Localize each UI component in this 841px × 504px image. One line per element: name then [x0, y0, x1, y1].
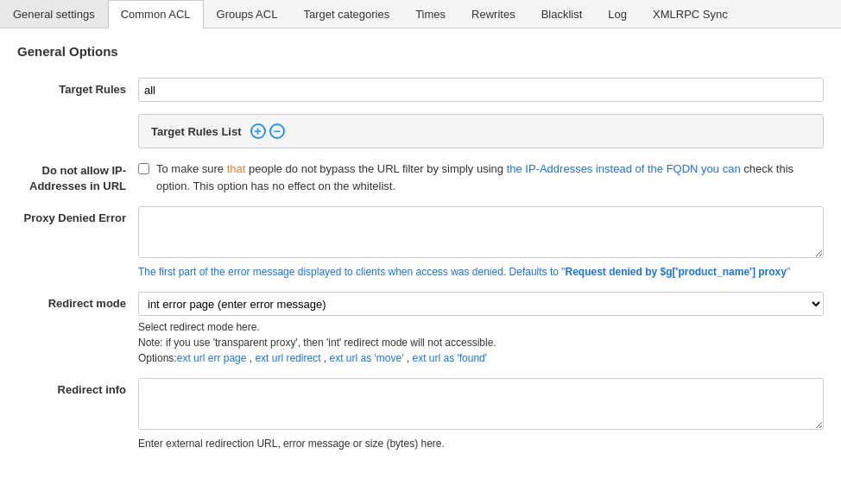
target-rules-row: Target Rules — [17, 78, 824, 102]
no-ip-row: Do not allow IP-Addresses in URL To make… — [17, 161, 824, 194]
no-ip-blue: the IP-Addresses instead of the FQDN you… — [507, 162, 741, 175]
proxy-denied-default: Request denied by $g['product_name'] pro… — [566, 266, 787, 278]
redirect-mode-options-prefix: Options: — [138, 352, 177, 364]
redirect-opt-4[interactable]: ext url as 'found' — [412, 352, 487, 364]
section-title: General Options — [17, 44, 824, 64]
target-rules-list-box: Target Rules List + − — [138, 114, 824, 148]
no-ip-label: Do not allow IP-Addresses in URL — [17, 161, 138, 194]
tab-times[interactable]: Times — [402, 0, 458, 28]
redirect-mode-select[interactable]: int error page (enter error message) ext… — [138, 292, 824, 316]
redirect-opt-2[interactable]: ext url redirect — [255, 352, 320, 364]
add-target-rule-icon[interactable]: + — [250, 123, 266, 139]
tab-common-acl[interactable]: Common ACL — [108, 0, 204, 28]
proxy-denied-row: Proxy Denied Error The first part of the… — [17, 206, 824, 280]
tabs-bar: General settings Common ACL Groups ACL T… — [0, 0, 841, 28]
redirect-mode-help: Select redirect mode here. Note: if you … — [138, 319, 824, 366]
redirect-mode-help-line1: Select redirect mode here. — [138, 321, 260, 333]
target-rules-list-container: Target Rules List + − — [138, 114, 824, 148]
redirect-info-label: Redirect info — [17, 378, 138, 398]
redirect-mode-help-line2: Note: if you use 'transparent proxy', th… — [138, 337, 496, 349]
proxy-denied-field: The first part of the error message disp… — [138, 206, 824, 280]
target-rules-label: Target Rules — [17, 78, 138, 98]
proxy-denied-help: The first part of the error message disp… — [138, 264, 824, 280]
tab-rewrites[interactable]: Rewrites — [458, 0, 528, 28]
no-ip-checkbox[interactable] — [138, 163, 149, 174]
tab-log[interactable]: Log — [595, 0, 640, 28]
redirect-mode-row: Redirect mode int error page (enter erro… — [17, 292, 824, 366]
redirect-opt-3[interactable]: ext url as 'move' — [329, 352, 403, 364]
redirect-info-field: Enter external redirection URL, error me… — [138, 378, 824, 451]
target-rules-input[interactable] — [138, 78, 824, 102]
redirect-info-help: Enter external redirection URL, error me… — [138, 436, 824, 451]
page-content: General Options Target Rules Target Rule… — [0, 28, 841, 481]
tab-groups-acl[interactable]: Groups ACL — [204, 0, 291, 28]
target-rules-list-label: Target Rules List — [151, 125, 242, 138]
redirect-mode-field: int error page (enter error message) ext… — [138, 292, 824, 366]
proxy-denied-textarea[interactable] — [138, 206, 824, 258]
target-rules-field — [138, 78, 824, 102]
no-ip-text: To make sure that people do not bypass t… — [156, 161, 824, 194]
tab-general-settings[interactable]: General settings — [0, 0, 108, 28]
tab-blacklist[interactable]: Blacklist — [528, 0, 596, 28]
remove-target-rule-icon[interactable]: − — [269, 123, 285, 139]
no-ip-that: that — [227, 162, 246, 175]
tab-target-categories[interactable]: Target categories — [290, 0, 402, 28]
redirect-info-textarea[interactable] — [138, 378, 824, 430]
tab-xmlrpc-sync[interactable]: XMLRPC Sync — [640, 0, 741, 28]
no-ip-field: To make sure that people do not bypass t… — [138, 161, 824, 194]
redirect-info-row: Redirect info Enter external redirection… — [17, 378, 824, 451]
proxy-denied-label: Proxy Denied Error — [17, 206, 138, 226]
redirect-mode-label: Redirect mode — [17, 292, 138, 312]
redirect-opt-1[interactable]: ext url err page — [177, 352, 247, 364]
